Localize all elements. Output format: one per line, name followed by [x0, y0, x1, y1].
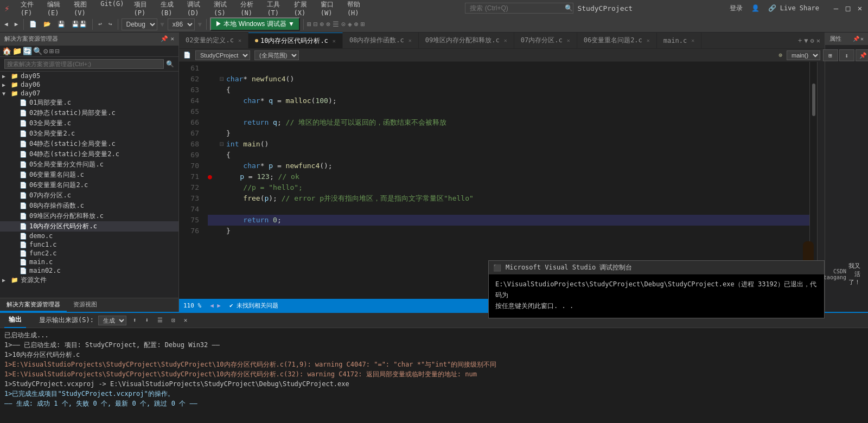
sidebar-tree-item-11[interactable]: 📄06变量重名问题2.c — [0, 180, 178, 190]
sidebar-tree-item-21[interactable]: ▶📁资源文件 — [0, 275, 178, 285]
search-input[interactable] — [465, 3, 573, 14]
output-btn5[interactable]: ✕ — [182, 316, 190, 325]
menu-test[interactable]: 测试(S) — [209, 0, 235, 18]
fold-indicator-68[interactable]: ⊟ — [218, 139, 226, 150]
sidebar-tree-item-3[interactable]: 📄01局部变量.c — [0, 98, 178, 108]
sidebar-tree-item-10[interactable]: 📄06变量重名问题.c — [0, 170, 178, 180]
menu-file[interactable]: 文件(F) — [16, 0, 42, 18]
close-btn[interactable]: ✕ — [856, 4, 864, 12]
platform-dropdown[interactable]: x86 — [168, 18, 195, 30]
breakpoint-71[interactable]: ● — [208, 171, 212, 182]
toolbar-forward-btn[interactable]: ▶ — [12, 20, 21, 29]
sidebar-tree-item-1[interactable]: ▶📁day06 — [0, 80, 178, 89]
sidebar-tree-item-0[interactable]: ▶📁day05 — [0, 72, 178, 80]
menu-git[interactable]: Git(G) — [96, 0, 128, 18]
output-btn2[interactable]: ⬇ — [143, 316, 151, 325]
tab-close-btn-6[interactable]: ✕ — [691, 37, 694, 43]
toolbar-icon2[interactable]: ⊟ — [314, 20, 318, 28]
sidebar-tree-item-4[interactable]: 📄02静态(static)局部变量.c — [0, 108, 178, 118]
tab-close-btn-0[interactable]: ✕ — [238, 37, 241, 43]
editor-tab-6[interactable]: main.c✕ — [657, 33, 701, 49]
tab-add-btn[interactable]: + — [798, 37, 802, 44]
nav-scope-dropdown[interactable]: StudyCProject — [195, 50, 250, 60]
liveshare-btn[interactable]: 🔗 Live Share — [768, 4, 819, 12]
tab-close-btn-3[interactable]: ✕ — [504, 37, 507, 43]
nav-func-dropdown[interactable]: main() — [787, 50, 820, 60]
sidebar-icon3[interactable]: 🔄 — [23, 47, 32, 55]
toolbar-redo-btn[interactable]: ↪ — [106, 20, 114, 29]
build-config-dropdown[interactable]: Debug — [122, 18, 157, 30]
toolbar-icon5[interactable]: ☰ — [333, 20, 339, 28]
editor-tab-5[interactable]: 06变量重名问题2.c✕ — [577, 33, 657, 49]
sidebar-tree-item-14[interactable]: 📄09堆区内存分配和释放.c — [0, 211, 178, 221]
nav-range-dropdown[interactable]: (全局范围) — [254, 50, 299, 60]
sidebar-tree-item-9[interactable]: 📄05全局变量分文件问题.c — [0, 159, 178, 170]
toolbar-open-btn[interactable]: 📂 — [41, 20, 53, 29]
toolbar-icon3[interactable]: ⊕ — [320, 20, 324, 28]
sidebar-tree-item-7[interactable]: 📄04静态(static)全局变量.c — [0, 139, 178, 149]
toolbar-icon8[interactable]: ⊛ — [354, 20, 359, 28]
sidebar-icon5[interactable]: ⚙ — [43, 47, 48, 55]
sidebar-tree-item-6[interactable]: 📄03全局变量2.c — [0, 129, 178, 139]
toolbar-new-btn[interactable]: 📄 — [27, 20, 39, 29]
menu-debug[interactable]: 调试(D) — [183, 0, 208, 18]
toolbar-saveall-btn[interactable]: 💾💾 — [69, 20, 89, 29]
output-btn3[interactable]: ☰ — [155, 316, 165, 325]
sidebar-icon4[interactable]: 🔍 — [33, 47, 42, 55]
sidebar-tree-item-13[interactable]: 📄08内存操作函数.c — [0, 201, 178, 211]
editor-tab-3[interactable]: 09堆区内存分配和释放.c✕ — [419, 33, 514, 49]
editor-tab-0[interactable]: 02变量的定义.c✕ — [179, 33, 248, 49]
minimize-btn[interactable]: — — [832, 4, 840, 12]
run-debugger-btn[interactable]: ▶ 本地 Windows 调试器 ▼ — [210, 17, 300, 31]
tab-close-panel-btn[interactable]: ✕ — [816, 37, 820, 44]
toolbar-back-btn[interactable]: ◀ — [2, 20, 10, 29]
output-btn1[interactable]: ⬆ — [131, 316, 139, 325]
toolbar-icon1[interactable]: ⊞ — [307, 20, 311, 28]
editor-tab-1[interactable]: 10内存分区代码分析.c✕ — [248, 33, 343, 49]
fold-indicator-62[interactable]: ⊟ — [218, 74, 226, 85]
output-btn4[interactable]: ⊡ — [169, 316, 177, 325]
tab-overflow-btn[interactable]: ▼ — [804, 37, 808, 44]
prop-close-btn[interactable]: ✕ — [860, 36, 864, 42]
toolbar-save-btn[interactable]: 💾 — [55, 20, 67, 29]
menu-help[interactable]: 帮助(H) — [343, 0, 368, 18]
tab-close-btn-1[interactable]: ✕ — [333, 38, 336, 44]
sidebar-tree-item-2[interactable]: ▼📁day07 — [0, 89, 178, 98]
prop-pin-btn[interactable]: 📌 — [853, 36, 859, 42]
toolbar-undo-btn[interactable]: ↩ — [96, 20, 104, 29]
toolbar-icon9[interactable]: ⊞ — [361, 20, 365, 28]
sidebar-tree-item-16[interactable]: 📄demo.c — [0, 232, 178, 240]
prop-icon-grid[interactable]: ⊞ — [823, 49, 838, 61]
menu-tools[interactable]: 工具(T) — [263, 0, 288, 18]
maximize-btn[interactable]: □ — [844, 4, 852, 12]
tab-close-btn-4[interactable]: ✕ — [567, 37, 570, 43]
sidebar-icon7[interactable]: ⊟ — [55, 47, 59, 55]
sidebar-tab-resource[interactable]: 资源视图 — [67, 298, 104, 312]
sidebar-tree-item-15[interactable]: 📄10内存分区代码分析.c — [0, 221, 178, 232]
menu-build[interactable]: 生成(B) — [156, 0, 182, 18]
sidebar-tree-item-19[interactable]: 📄main.c — [0, 258, 178, 266]
sidebar-tree-item-12[interactable]: 📄07内存分区.c — [0, 190, 178, 201]
tab-close-btn-5[interactable]: ✕ — [647, 37, 650, 43]
sidebar-icon6[interactable]: ⊞ — [49, 47, 53, 55]
sidebar-close-btn[interactable]: ✕ — [170, 35, 174, 42]
zoom-level[interactable]: 110 % — [183, 302, 201, 309]
sidebar-tree-item-18[interactable]: 📄func2.c — [0, 249, 178, 258]
menu-edit[interactable]: 编辑(E) — [43, 0, 68, 18]
menu-extend[interactable]: 扩展(X) — [290, 0, 315, 18]
sidebar-icon1[interactable]: 🏠 — [2, 47, 11, 55]
output-source-select[interactable]: 生成 — [98, 316, 126, 325]
sidebar-tab-solution[interactable]: 解决方案资源管理器 — [0, 298, 67, 312]
toolbar-icon4[interactable]: ⊗ — [326, 20, 330, 28]
sidebar-tree-item-8[interactable]: 📄04静态(static)全局变量2.c — [0, 149, 178, 159]
sidebar-tree-item-5[interactable]: 📄03全局变量.c — [0, 118, 178, 129]
tab-settings-btn[interactable]: ⚙ — [810, 37, 814, 44]
sidebar-search-input[interactable] — [4, 59, 164, 69]
sidebar-pin-btn[interactable]: 📌 — [161, 35, 168, 42]
sidebar-tree-item-20[interactable]: 📄main02.c — [0, 266, 178, 275]
editor-tab-2[interactable]: 08内存操作函数.c✕ — [343, 33, 419, 49]
toolbar-icon7[interactable]: ◈ — [348, 20, 352, 28]
prop-icon-pin[interactable]: 📌 — [856, 49, 869, 61]
editor-tab-4[interactable]: 07内存分区.c✕ — [514, 33, 577, 49]
tab-close-btn-2[interactable]: ✕ — [409, 37, 412, 43]
